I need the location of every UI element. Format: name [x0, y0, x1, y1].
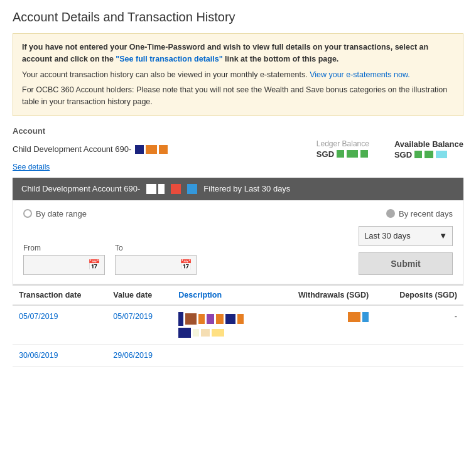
available-balance-value: SGD: [394, 150, 463, 159]
table-section: Transaction date Value date Description …: [13, 284, 463, 367]
w1-orange: [348, 312, 360, 322]
notice-bold-text: If you have not entered your One-Time-Pa…: [22, 43, 428, 63]
to-input[interactable]: 📅: [115, 255, 197, 275]
d1-navy: [178, 312, 183, 326]
d1-navy2: [225, 314, 235, 324]
available-balance-col: Available Balance SGD: [394, 139, 463, 159]
available-currency: SGD: [394, 150, 412, 159]
by-recent-label: By recent days: [399, 209, 453, 218]
table-header-row: Transaction date Value date Description …: [13, 285, 463, 305]
available-balance-label: Available Balance: [394, 139, 463, 149]
row1-transaction-date: 05/07/2019: [13, 305, 107, 345]
d1b-wheat: [201, 329, 210, 337]
d1-orange3: [237, 314, 244, 324]
by-recent-days-option[interactable]: By recent days: [386, 209, 453, 218]
w1-blue: [362, 312, 369, 322]
transaction-table: Transaction date Value date Description …: [13, 284, 463, 367]
lb-green3: [360, 150, 368, 158]
radio-row: By date range By recent days: [23, 209, 453, 218]
row2-transaction-date: 30/06/2019: [13, 344, 107, 366]
filter-bar: Child Development Account 690- Filtered …: [13, 178, 463, 200]
lb-green2: [347, 150, 358, 158]
row1-deposits: -: [375, 305, 463, 345]
row1-description: [172, 305, 270, 345]
by-date-label: By date range: [36, 209, 87, 218]
cb-orange2: [159, 145, 168, 154]
row1-value-date: 05/07/2019: [107, 305, 172, 345]
right-controls: Last 30 days ▼ Submit: [359, 226, 453, 275]
d1b-yellow: [212, 329, 224, 337]
d1-brown: [185, 313, 197, 325]
date-row: From 📅 To 📅: [23, 244, 197, 275]
cb-orange: [146, 145, 157, 154]
account-name-area: Child Development Account 690-: [13, 144, 168, 154]
to-label: To: [115, 244, 197, 252]
d1b-beige: [193, 329, 199, 337]
filter-bar-blocks: [146, 184, 165, 194]
lb-green: [337, 150, 344, 158]
ledger-balance-col: Ledger Balance SGD: [316, 139, 369, 159]
ab-green: [414, 151, 422, 158]
days-dropdown[interactable]: Last 30 days ▼: [359, 226, 453, 246]
see-details-link[interactable]: See details: [13, 163, 50, 171]
notice-line2: Your account transaction history can als…: [22, 69, 454, 81]
row1-desc-blocks2: [178, 328, 264, 338]
see-full-transaction-link[interactable]: "See full transaction details": [116, 55, 222, 63]
account-section-label: Account: [13, 126, 463, 136]
by-date-radio[interactable]: [23, 209, 32, 218]
fb-white: [146, 184, 156, 194]
row2-description: [172, 344, 270, 366]
account-name: Child Development Account 690-: [13, 144, 131, 154]
table-row: 30/06/2019 29/06/2019: [13, 344, 463, 366]
row2-deposits: [375, 344, 463, 366]
from-label: From: [23, 244, 105, 252]
from-field: From 📅: [23, 244, 105, 275]
col-description: Description: [172, 285, 270, 305]
by-date-range-option[interactable]: By date range: [23, 209, 87, 218]
d1-purple: [207, 314, 214, 324]
ledger-balance-label: Ledger Balance: [316, 139, 369, 148]
d1-orange: [198, 314, 205, 324]
notice-line3: For OCBC 360 Account holders: Please not…: [22, 84, 454, 108]
dropdown-arrow-icon: ▼: [439, 231, 447, 240]
table-row: 05/07/2019 05/07/2019: [13, 305, 463, 345]
by-recent-radio[interactable]: [386, 209, 395, 218]
balance-area: Ledger Balance SGD Available Balance SGD: [316, 139, 463, 159]
cb-navy: [135, 145, 144, 154]
ab-cyan: [436, 151, 447, 158]
submit-button[interactable]: Submit: [359, 252, 453, 275]
filter-bar-text: Filtered by Last 30 days: [203, 184, 290, 193]
from-calendar-icon[interactable]: 📅: [88, 259, 100, 271]
row2-withdrawals: [271, 344, 376, 366]
account-section: Account Child Development Account 690- L…: [13, 126, 463, 171]
row1-desc-blocks: [178, 312, 264, 326]
dropdown-value: Last 30 days: [364, 231, 411, 240]
row2-value-date: 29/06/2019: [107, 344, 172, 366]
view-estatements-link[interactable]: View your e-statements now.: [310, 70, 410, 79]
filter-section: By date range By recent days From 📅 To 📅: [13, 200, 463, 284]
account-color-blocks: [135, 145, 168, 154]
col-deposits: Deposits (SGD): [375, 285, 463, 305]
page-title: Account Details and Transaction History: [13, 10, 463, 24]
to-calendar-icon[interactable]: 📅: [180, 259, 192, 271]
notice-box: If you have not entered your One-Time-Pa…: [13, 33, 463, 116]
row1-withdrawals: [271, 305, 376, 345]
d1b-navy: [178, 328, 191, 338]
col-transaction-date: Transaction date: [13, 285, 107, 305]
account-row: Child Development Account 690- Ledger Ba…: [13, 139, 463, 159]
ledger-currency: SGD: [316, 149, 334, 159]
col-value-date: Value date: [107, 285, 172, 305]
d1-orange2: [216, 314, 224, 324]
filter-bar-account: Child Development Account 690-: [21, 184, 140, 193]
ab-teal: [425, 151, 433, 158]
from-input[interactable]: 📅: [23, 255, 105, 275]
fb-blue: [187, 184, 197, 194]
fb-red: [171, 184, 181, 194]
col-withdrawals: Withdrawals (SGD): [271, 285, 376, 305]
fb-white2: [158, 184, 165, 194]
to-field: To 📅: [115, 244, 197, 275]
ledger-balance-value: SGD: [316, 149, 369, 159]
